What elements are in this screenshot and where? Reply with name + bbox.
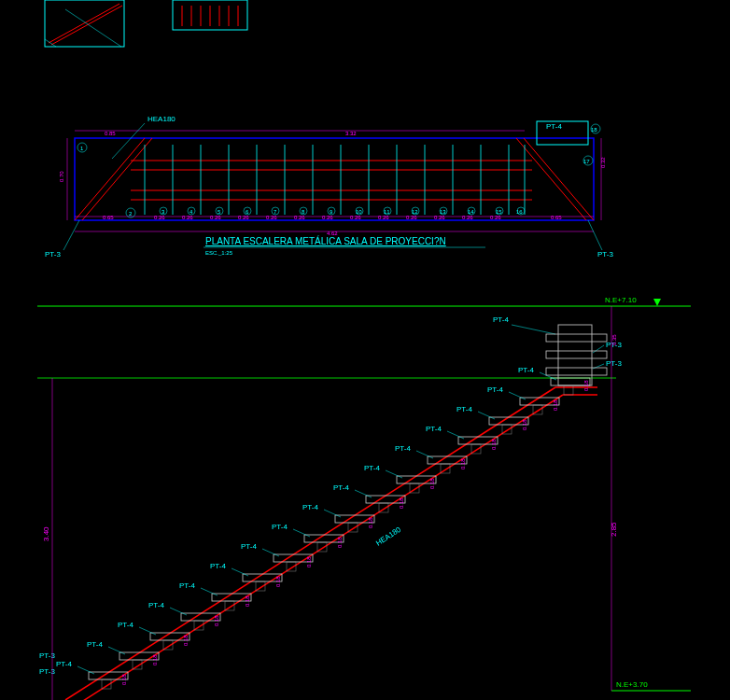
svg-text:0.18: 0.18 — [429, 478, 435, 489]
svg-line-165 — [386, 470, 402, 478]
svg-text:0.26: 0.26 — [378, 215, 389, 220]
svg-line-19 — [82, 138, 152, 220]
svg-text:0.26: 0.26 — [266, 215, 277, 220]
svg-line-155 — [324, 510, 341, 517]
top-detail-left — [45, 0, 124, 47]
svg-rect-192 — [546, 334, 607, 342]
svg-text:PT-4: PT-4 — [210, 562, 226, 570]
svg-line-170 — [416, 451, 433, 458]
hea-label-elev: HEA180 — [374, 525, 402, 548]
svg-text:0.18: 0.18 — [491, 439, 497, 450]
svg-text:12: 12 — [412, 209, 418, 215]
stair-tread: PT-40.18 — [241, 542, 313, 571]
svg-text:PT-4: PT-4 — [456, 405, 472, 413]
stair-tread: PT-40.18 — [426, 425, 498, 454]
svg-text:1: 1 — [80, 146, 84, 151]
svg-line-140 — [232, 568, 248, 576]
stair-tread: PT-40.18 — [487, 385, 559, 414]
svg-line-21 — [516, 138, 586, 220]
stair-tread: PT-40.18 — [333, 483, 405, 512]
svg-line-115 — [77, 666, 94, 674]
svg-text:18: 18 — [591, 127, 597, 133]
svg-text:0.26: 0.26 — [490, 215, 501, 220]
hea-label: HEA180 — [147, 115, 175, 123]
svg-text:0.18: 0.18 — [121, 674, 127, 685]
elevation-view: N.E+7.10 N.E+3.70 HEA180 PT-4 PT-3 PT-3 … — [37, 296, 691, 700]
svg-line-145 — [262, 549, 279, 556]
pt3-top2: PT-3 — [606, 359, 622, 368]
pt3-label-right: PT-3 — [597, 250, 613, 259]
plan-scale: ESC._1:25 — [205, 250, 233, 256]
svg-text:0.26: 0.26 — [434, 215, 445, 220]
svg-text:0.18: 0.18 — [553, 399, 558, 411]
svg-text:16: 16 — [516, 209, 523, 215]
svg-text:PT-4: PT-4 — [87, 640, 103, 649]
dim-top-span: 3.32 — [345, 131, 357, 136]
svg-rect-22 — [537, 121, 588, 145]
dim-right-h: 2.85 — [610, 522, 618, 537]
stair-tread: PT-40.18 — [364, 464, 436, 493]
stair-tread: PT-40.18 — [56, 660, 128, 689]
stair-tread: PT-40.18 — [148, 601, 220, 630]
dim-top-gap: 0.35 — [611, 334, 617, 345]
stair-tread: PT-40.18 — [210, 562, 282, 591]
svg-text:PT-4: PT-4 — [56, 660, 72, 668]
svg-text:17: 17 — [583, 159, 590, 164]
svg-text:PT-4: PT-4 — [333, 483, 349, 492]
svg-line-2 — [51, 6, 122, 45]
svg-text:0.18: 0.18 — [183, 635, 189, 646]
svg-text:0.26: 0.26 — [238, 215, 249, 220]
dim-left-top: 0.85 — [105, 131, 116, 136]
svg-text:0.18: 0.18 — [399, 497, 404, 509]
stair-tread: PT-40.18 — [87, 640, 159, 669]
svg-line-101 — [65, 387, 555, 700]
svg-line-125 — [139, 627, 156, 635]
pt3-bot2: PT-3 — [39, 667, 55, 676]
svg-text:2: 2 — [129, 211, 133, 217]
svg-marker-98 — [653, 299, 661, 306]
pt3-label-left: PT-3 — [45, 250, 61, 259]
pt3-bot: PT-3 — [39, 651, 55, 660]
svg-line-160 — [355, 490, 372, 497]
svg-text:PT-4: PT-4 — [118, 621, 133, 629]
plan-title: PLANTA ESCALERA METÁLICA SALA DE PROYECC… — [205, 235, 446, 246]
svg-text:0.26: 0.26 — [462, 215, 473, 220]
svg-line-120 — [108, 647, 125, 654]
cad-drawing: 0.85 3.32 0.70 0.32 0.65 0.26 0.26 0.26 … — [0, 0, 730, 700]
top-detail-right — [173, 0, 247, 30]
svg-line-18 — [75, 138, 145, 220]
svg-text:0.26: 0.26 — [210, 215, 221, 220]
svg-line-20 — [524, 138, 594, 220]
svg-line-175 — [447, 431, 464, 439]
stair-tread: PT-40.18 — [395, 444, 467, 473]
svg-text:14: 14 — [468, 209, 474, 215]
svg-text:0.18: 0.18 — [337, 537, 343, 548]
svg-text:10: 10 — [356, 209, 362, 215]
svg-text:PT-4: PT-4 — [487, 385, 503, 394]
svg-text:PT-4: PT-4 — [148, 601, 164, 609]
svg-line-102 — [73, 395, 563, 700]
svg-text:PT-4: PT-4 — [179, 581, 195, 590]
level-bottom: N.E+3.70 — [616, 680, 648, 689]
svg-line-190 — [540, 372, 556, 380]
svg-text:0.18: 0.18 — [245, 595, 250, 607]
svg-line-135 — [201, 588, 218, 595]
svg-line-130 — [170, 608, 187, 615]
svg-text:0.26: 0.26 — [322, 215, 333, 220]
pt4-label-plan: PT-4 — [546, 122, 562, 131]
svg-rect-194 — [546, 368, 607, 375]
svg-text:0.18: 0.18 — [522, 419, 527, 430]
svg-text:PT-4: PT-4 — [518, 366, 534, 374]
svg-text:0.26: 0.26 — [154, 215, 165, 220]
side-dim-l: 0.65 — [103, 215, 114, 220]
svg-text:0.18: 0.18 — [583, 380, 589, 391]
svg-rect-193 — [546, 351, 607, 358]
svg-text:PT-4: PT-4 — [272, 523, 288, 531]
stair-tread: PT-40.18 — [456, 405, 528, 434]
side-dim-r: 0.65 — [551, 215, 562, 220]
svg-text:PT-4: PT-4 — [395, 444, 411, 453]
svg-text:PT-4: PT-4 — [426, 425, 442, 433]
stair-tread: PT-40.18 — [118, 621, 190, 650]
dim-left-h: 3.40 — [42, 526, 50, 541]
stair-tread: PT-40.18 — [179, 581, 251, 610]
